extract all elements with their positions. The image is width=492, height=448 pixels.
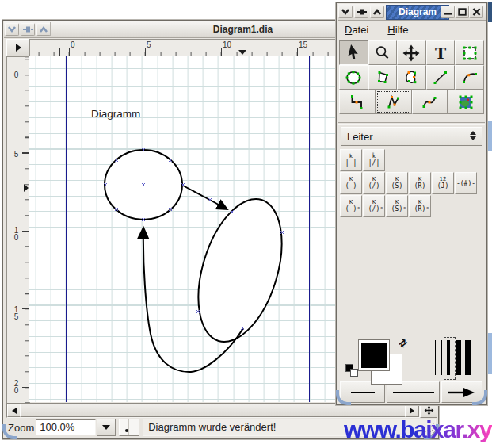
magnify-icon bbox=[373, 44, 392, 63]
tool-image-button[interactable] bbox=[448, 90, 484, 114]
arrow-right-icon bbox=[410, 408, 414, 414]
solid-line-icon bbox=[393, 392, 434, 393]
vertical-ruler: 051 01 52 0 bbox=[6, 56, 30, 404]
toolbox-menubar: DateiHilfe bbox=[338, 21, 485, 38]
pin-button[interactable] bbox=[21, 23, 35, 36]
arrow-left-icon bbox=[12, 408, 17, 414]
ruler-label: 1 5 bbox=[11, 306, 21, 320]
minimize-icon bbox=[444, 8, 452, 16]
diagram-text-label: Diagramm bbox=[91, 108, 140, 120]
straight-arrow bbox=[183, 186, 227, 209]
ruler-marker bbox=[238, 50, 246, 55]
box-icon bbox=[460, 44, 479, 63]
shape-button[interactable]: k̄-|/|- bbox=[363, 149, 385, 171]
tool-ellipse-button[interactable] bbox=[339, 65, 368, 90]
text-icon: T bbox=[431, 44, 450, 63]
menu-datei[interactable]: Datei bbox=[345, 24, 368, 36]
toolbox-titlebar[interactable]: Diagram bbox=[338, 4, 486, 21]
minimize-button[interactable] bbox=[441, 6, 455, 18]
shape-button[interactable]: K-(R)ˣ bbox=[409, 195, 431, 217]
beziergon-icon bbox=[402, 68, 421, 87]
tool-grid: T bbox=[339, 40, 484, 114]
menu-hilfe[interactable]: Hilfe bbox=[387, 24, 408, 36]
shape-button[interactable]: K-( )ˣ bbox=[340, 195, 362, 217]
line-style-row bbox=[340, 381, 484, 403]
shape-button[interactable]: K-(S)- bbox=[386, 172, 408, 194]
diagram-menu-button[interactable] bbox=[6, 39, 30, 56]
ruler-label: 5 bbox=[11, 151, 21, 158]
shape-button[interactable]: K-( )- bbox=[340, 172, 362, 194]
zoom-input[interactable]: 100.0% bbox=[36, 419, 96, 435]
line-style-button[interactable] bbox=[387, 381, 440, 403]
unshade-button[interactable] bbox=[370, 6, 384, 18]
image-icon bbox=[456, 93, 475, 112]
shape-button[interactable]: K-(/)- bbox=[363, 172, 385, 194]
titlebar-separator bbox=[50, 22, 51, 36]
ruler-label: 15 bbox=[299, 40, 307, 49]
line-width-option[interactable] bbox=[465, 340, 471, 375]
line-icon bbox=[431, 68, 450, 87]
tool-scroll-button[interactable] bbox=[397, 40, 426, 65]
chevron-down-icon bbox=[7, 25, 17, 33]
bezierline-icon bbox=[420, 93, 439, 112]
shape-button[interactable]: K-(/)ˣ bbox=[363, 195, 385, 217]
tool-box-button[interactable] bbox=[455, 40, 484, 65]
maximize-icon bbox=[458, 8, 467, 16]
color-selector: ⇄ bbox=[345, 336, 432, 385]
zoom-dropdown-button[interactable] bbox=[97, 419, 116, 436]
shape-button[interactable]: -(#)- bbox=[455, 172, 477, 194]
unshade-button[interactable] bbox=[36, 23, 51, 36]
sheet-selector-value: Leiter bbox=[347, 131, 373, 143]
tool-modify-button[interactable] bbox=[339, 40, 368, 65]
start-arrow-button[interactable] bbox=[340, 381, 385, 403]
close-button[interactable] bbox=[469, 6, 483, 18]
window-title: Diagram bbox=[386, 5, 449, 20]
arrow-icon bbox=[448, 387, 476, 398]
tool-magnify-button[interactable] bbox=[368, 40, 398, 65]
svg-text:T: T bbox=[435, 44, 446, 61]
chevron-down-icon bbox=[102, 425, 110, 430]
tool-line-button[interactable] bbox=[426, 65, 456, 90]
shade-button[interactable] bbox=[338, 6, 353, 18]
tool-beziergon-button[interactable] bbox=[397, 65, 426, 90]
tool-bezierline-button[interactable] bbox=[412, 90, 448, 114]
end-arrow-button[interactable] bbox=[441, 381, 482, 403]
tool-polyline-button[interactable] bbox=[376, 90, 412, 114]
tool-text-button[interactable]: T bbox=[426, 40, 456, 65]
default-colors-icon[interactable] bbox=[346, 365, 359, 378]
status-message: Diagramm wurde verändert! bbox=[148, 421, 276, 433]
sheet-selector[interactable]: Leiter bbox=[341, 127, 482, 146]
foreground-color-swatch[interactable] bbox=[359, 340, 389, 370]
pin-icon bbox=[357, 8, 367, 16]
line-width-option[interactable] bbox=[441, 340, 442, 375]
tool-arc-button[interactable] bbox=[455, 65, 484, 90]
spinner-arrows-icon[interactable] bbox=[470, 131, 476, 140]
maximize-button[interactable] bbox=[455, 6, 469, 18]
pin-button[interactable] bbox=[354, 6, 368, 18]
shape-button[interactable]: k-| |- bbox=[340, 149, 362, 171]
line-width-option[interactable] bbox=[456, 340, 461, 375]
shape-palette: k-| |-k̄-|/|-K-( )-K-(/)-K-(S)-K-(R)-12-… bbox=[340, 149, 484, 218]
grid-snap-toggle[interactable] bbox=[119, 419, 139, 436]
pin-icon bbox=[23, 25, 33, 33]
ruler-label: 5 bbox=[147, 40, 151, 49]
shape-button[interactable]: K-(S)ˣ bbox=[386, 195, 408, 217]
arc-icon bbox=[460, 68, 479, 87]
menu-arrow-icon bbox=[16, 44, 21, 52]
snap-dot-icon bbox=[125, 429, 128, 432]
separator bbox=[338, 122, 485, 125]
ruler-label: 1 0 bbox=[11, 227, 21, 241]
tool-polygon-button[interactable] bbox=[368, 65, 398, 90]
chevron-up-icon bbox=[372, 8, 382, 16]
shape-button[interactable]: 12-(J)- bbox=[432, 172, 454, 194]
swap-colors-icon[interactable]: ⇄ bbox=[396, 335, 410, 350]
watermark-text: www.baixar.xyz bbox=[344, 415, 492, 447]
polygon-icon bbox=[373, 68, 392, 87]
shape-button[interactable]: K-(R)- bbox=[409, 172, 431, 194]
ruler-marker bbox=[24, 184, 29, 192]
shade-button[interactable] bbox=[5, 23, 19, 36]
line-width-option[interactable] bbox=[447, 340, 450, 375]
tool-zigzagline-button[interactable] bbox=[339, 90, 376, 114]
close-icon bbox=[472, 8, 481, 16]
line-width-option[interactable] bbox=[435, 340, 436, 375]
